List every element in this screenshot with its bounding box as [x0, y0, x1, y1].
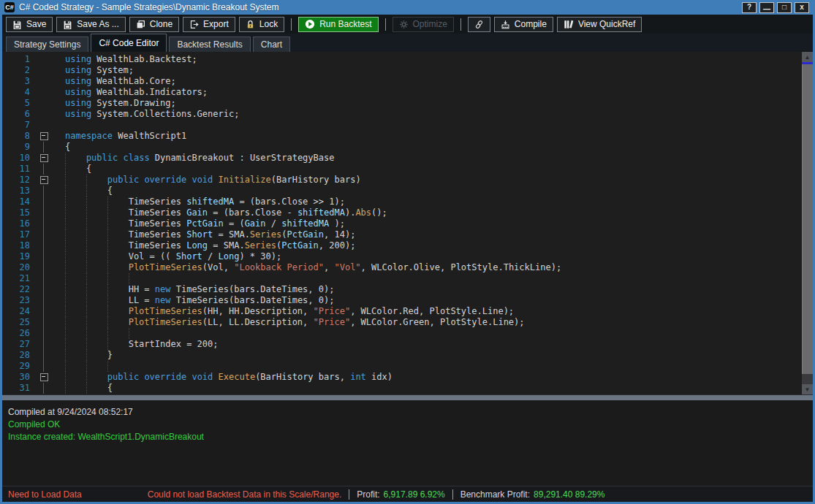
code-text: [50, 328, 150, 339]
indent-guide: [107, 262, 129, 273]
fold-toggle-icon[interactable]: [37, 131, 50, 142]
export-button[interactable]: Export: [183, 17, 235, 32]
optimize-button-label: Optimize: [413, 19, 447, 29]
code-token: new: [155, 295, 171, 306]
fold-toggle-icon[interactable]: [37, 175, 50, 186]
code-token: ,: [324, 262, 334, 273]
code-token: [186, 372, 192, 383]
tab-backtest-results[interactable]: Backtest Results: [169, 37, 250, 52]
code-token: System;: [91, 65, 134, 76]
help-button[interactable]: ?: [742, 2, 757, 13]
lock-button[interactable]: Lock: [239, 17, 284, 32]
code-token: public: [107, 175, 139, 186]
code-token: (BarHistory bars): [271, 175, 361, 186]
tab-c-code-editor[interactable]: C# Code Editor: [91, 34, 167, 52]
fold-margin: [37, 339, 50, 350]
code-token: new: [155, 284, 171, 295]
code-token: [139, 175, 144, 186]
code-line: 18TimeSeries Long = SMA.Series(PctGain, …: [2, 240, 802, 251]
fold-margin: [37, 109, 50, 120]
save-button[interactable]: Save: [6, 17, 53, 32]
indent-guide: [86, 186, 107, 196]
code-line: 13{: [2, 186, 802, 196]
code-text: Vol = (( Short / Long) * 30);: [50, 251, 281, 262]
code-token: = SMA.: [208, 240, 245, 251]
books-icon: [564, 19, 574, 29]
code-token: PctGain: [186, 218, 224, 229]
line-number: 29: [2, 361, 37, 372]
code-token: int: [350, 372, 366, 383]
link-button[interactable]: [468, 17, 490, 32]
maximize-button[interactable]: □: [777, 2, 792, 13]
view-quickref-button-label: View QuickRef: [578, 19, 635, 29]
line-number: 11: [2, 164, 37, 175]
indent-guide: [107, 218, 129, 229]
fold-toggle-icon[interactable]: [37, 153, 50, 164]
indent-guide: [86, 251, 107, 262]
status-bar: Need to Load Data Could not load Backtes…: [2, 486, 813, 502]
line-number: 23: [2, 295, 37, 306]
indent-guide: [65, 196, 86, 207]
toolbar-separator: [460, 18, 461, 31]
lock-button-label: Lock: [259, 19, 278, 29]
tab-label: Backtest Results: [177, 39, 242, 50]
tab-chart[interactable]: Chart: [253, 37, 290, 52]
code-text: using System.Collections.Generic;: [50, 109, 239, 120]
compile-button[interactable]: Compile: [494, 17, 553, 32]
code-token: Long: [219, 251, 240, 262]
code-token: public: [107, 372, 139, 383]
line-number: 1: [2, 54, 37, 65]
status-separator: [349, 489, 349, 500]
code-token: (: [281, 229, 287, 240]
line-number: 26: [2, 328, 37, 339]
play-circle-icon: [305, 19, 315, 29]
horizontal-scrollbar[interactable]: [2, 394, 813, 400]
code-editor[interactable]: 1using WealthLab.Backtest;2using System;…: [2, 52, 802, 394]
save-button-label: Save: [26, 19, 46, 29]
code-token: Execute: [219, 372, 256, 383]
vertical-scrollbar[interactable]: ▲ ▼: [802, 52, 813, 394]
title-bar: C# C# Coded Strategy - Sample Strategies…: [2, 0, 813, 15]
fold-margin: [37, 240, 50, 251]
code-token: , WLColor.Olive, PlotStyle.ThickLine);: [361, 262, 562, 273]
indent-guide: [65, 229, 86, 240]
code-line: 14TimeSeries shiftedMA = (bars.Close >> …: [2, 196, 802, 207]
code-line: 24PlotTimeSeries(HH, HH.Description, "Pr…: [2, 306, 802, 317]
scrollbar-track[interactable]: [802, 374, 813, 384]
clone-button[interactable]: Clone: [129, 17, 179, 32]
tab-strategy-settings[interactable]: Strategy Settings: [6, 37, 88, 52]
run-backtest-button[interactable]: Run Backtest: [298, 17, 378, 32]
code-token: WealthLab.Indicators;: [91, 87, 208, 98]
fold-margin: [37, 65, 50, 76]
indent-guide: [86, 383, 107, 394]
floppy-icon: [12, 20, 22, 29]
minimize-icon: —: [763, 6, 770, 13]
minimize-button[interactable]: —: [759, 2, 774, 13]
code-token: ();: [371, 207, 387, 218]
code-text: TimeSeries Gain = (bars.Close - shiftedM…: [50, 207, 387, 218]
code-token: idx): [366, 372, 393, 383]
output-line: Compiled OK: [8, 419, 813, 431]
code-token: TimeSeries: [129, 218, 186, 229]
lock-icon: [246, 20, 255, 29]
line-number: 27: [2, 339, 37, 350]
code-text: using WealthLab.Core;: [50, 76, 176, 87]
line-number: 8: [2, 131, 37, 142]
fold-toggle-icon[interactable]: [37, 372, 50, 383]
scroll-down-icon[interactable]: ▼: [802, 384, 813, 394]
scroll-up-icon[interactable]: ▲: [802, 52, 813, 62]
code-line: 17TimeSeries Short = SMA.Series(PctGain,…: [2, 229, 802, 240]
editor-panel: 1using WealthLab.Backtest;2using System;…: [2, 52, 813, 394]
close-icon: x: [800, 4, 804, 11]
fold-margin: [37, 186, 50, 196]
code-token: = (bars.Close >> 1);: [234, 196, 345, 207]
code-text: {: [50, 142, 70, 153]
code-token: void: [192, 175, 213, 186]
close-button[interactable]: x: [795, 2, 809, 13]
save-as-button[interactable]: Save As ...: [56, 17, 125, 32]
code-text: PlotTimeSeries(LL, LL.Description, "Pric…: [50, 317, 525, 328]
scrollbar-thumb[interactable]: [802, 64, 813, 374]
code-token: }: [107, 350, 113, 361]
view-quickref-button[interactable]: View QuickRef: [557, 17, 642, 32]
code-token: void: [192, 372, 213, 383]
